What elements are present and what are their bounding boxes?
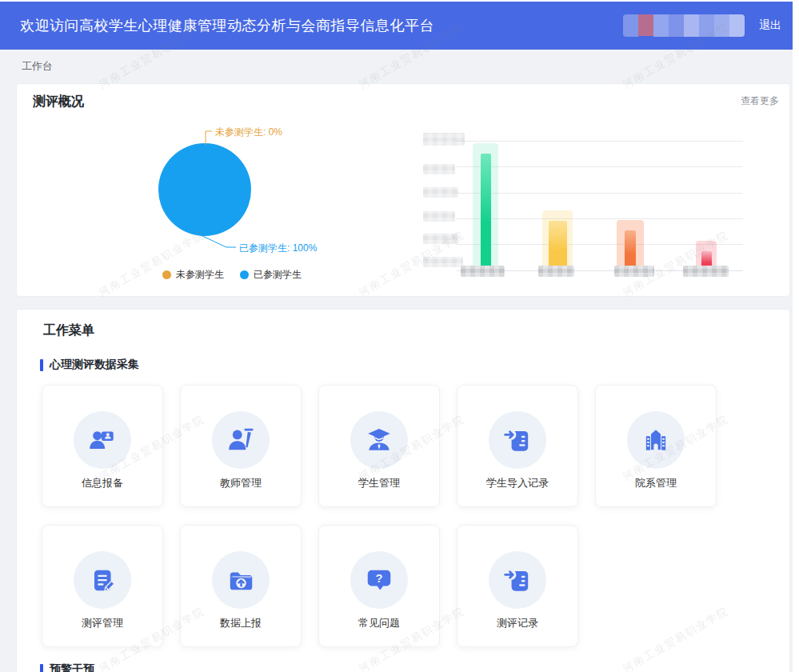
censored-user-info xyxy=(623,14,745,37)
teacher-icon xyxy=(212,411,270,469)
censored-block xyxy=(684,14,699,37)
censored-y-tick-label xyxy=(423,164,455,174)
card-label: 信息报备 xyxy=(82,476,123,490)
scrollbar-track[interactable] xyxy=(793,0,799,672)
bar-chart xyxy=(421,125,789,289)
legend-dot-untested xyxy=(162,270,171,279)
censored-x-category-label xyxy=(683,266,729,277)
overview-title: 测评概况 xyxy=(33,94,84,110)
card-label: 常见问题 xyxy=(358,616,400,630)
top-strip xyxy=(0,0,799,2)
card-label: 测评记录 xyxy=(497,616,538,630)
card-label: 院系管理 xyxy=(635,476,677,490)
section-psych-data: 心理测评数据采集 xyxy=(40,358,139,372)
card-faq[interactable]: ? 常见问题 xyxy=(318,525,440,647)
censored-y-tick-label xyxy=(423,133,465,146)
censored-block xyxy=(699,14,714,37)
bar-gridline xyxy=(457,141,743,142)
censored-y-tick-label xyxy=(423,257,463,267)
card-teacher-mgmt[interactable]: 教师管理 xyxy=(180,385,302,507)
doc-edit-icon xyxy=(74,551,131,609)
bar-series-2 xyxy=(625,230,636,270)
screen: 欢迎访问高校学生心理健康管理动态分析与会商指导信息化平台 退出 工作台 测评概况… xyxy=(0,0,799,672)
app-header: 欢迎访问高校学生心理健康管理动态分析与会商指导信息化平台 退出 xyxy=(0,2,793,50)
card-assessment-records[interactable]: 测评记录 xyxy=(457,525,578,647)
censored-y-tick-label xyxy=(423,211,455,222)
folder-upload-icon xyxy=(212,551,270,609)
pie-legend: 未参测学生 已参测学生 xyxy=(162,268,302,282)
pie-circle xyxy=(158,143,251,236)
svg-text:?: ? xyxy=(375,572,382,585)
page-title: 欢迎访问高校学生心理健康管理动态分析与会商指导信息化平台 xyxy=(20,16,623,35)
bar-gridline xyxy=(457,166,743,167)
card-label: 教师管理 xyxy=(220,476,262,490)
censored-y-tick-label xyxy=(423,187,458,198)
censored-y-tick-label xyxy=(423,234,458,244)
censored-block xyxy=(623,14,638,37)
overview-panel: 测评概况 查看更多 未参测学生: 0% 已参测学生: 100% 未参测学生 已参… xyxy=(16,83,790,297)
pie-label-tested: 已参测学生: 100% xyxy=(239,242,317,255)
censored-block xyxy=(653,14,669,37)
menu-card-row-2: 测评管理 数据上报 ? xyxy=(42,525,578,647)
censored-x-category-label xyxy=(538,266,574,277)
card-student-import-records[interactable]: 学生导入记录 xyxy=(457,385,578,507)
view-more-link[interactable]: 查看更多 xyxy=(741,94,779,108)
legend-item-tested[interactable]: 已参测学生 xyxy=(240,268,302,282)
import-doc-icon xyxy=(489,551,546,609)
legend-label: 已参测学生 xyxy=(254,268,302,282)
logout-button[interactable]: 退出 xyxy=(759,18,781,33)
legend-dot-tested xyxy=(240,270,249,279)
card-info-report[interactable]: 信息报备 xyxy=(42,385,163,507)
import-doc-icon xyxy=(489,411,546,469)
legend-item-untested[interactable]: 未参测学生 xyxy=(162,268,224,282)
menu-card-row-1: 信息报备 教师管理 xyxy=(42,385,717,507)
card-data-report[interactable]: 数据上报 xyxy=(180,525,302,647)
question-bubble-icon: ? xyxy=(350,551,408,609)
card-assessment-mgmt[interactable]: 测评管理 xyxy=(42,525,163,647)
censored-x-category-label xyxy=(461,266,505,277)
card-label: 学生导入记录 xyxy=(486,476,549,490)
pie-leader-tested xyxy=(201,235,236,247)
legend-label: 未参测学生 xyxy=(176,268,224,282)
card-student-mgmt[interactable]: 学生管理 xyxy=(318,385,440,507)
section-label-text: 预警干预 xyxy=(50,662,94,672)
menu-title: 工作菜单 xyxy=(43,322,94,339)
bar-series-0 xyxy=(481,154,491,270)
censored-block xyxy=(669,14,684,37)
bar-series-1 xyxy=(549,221,567,270)
building-icon xyxy=(627,411,685,469)
card-department-mgmt[interactable]: 院系管理 xyxy=(595,385,717,507)
pie-label-untested: 未参测学生: 0% xyxy=(215,126,282,139)
censored-x-category-label xyxy=(614,266,654,277)
person-idcard-icon xyxy=(74,411,131,469)
breadcrumb[interactable]: 工作台 xyxy=(22,59,53,74)
censored-block xyxy=(729,14,745,37)
bar-gridline xyxy=(457,193,743,194)
censored-block xyxy=(714,14,729,37)
bar-gridline xyxy=(457,218,743,219)
graduate-icon xyxy=(350,411,408,469)
card-label: 数据上报 xyxy=(220,616,262,630)
section-accent-bar xyxy=(40,664,43,672)
menu-panel: 工作菜单 心理测评数据采集 信息报备 xyxy=(16,309,790,672)
section-accent-bar xyxy=(40,359,43,371)
card-label: 测评管理 xyxy=(82,616,123,630)
section-label-text: 心理测评数据采集 xyxy=(50,358,139,372)
section-next-partial: 预警干预 xyxy=(40,662,94,672)
card-label: 学生管理 xyxy=(358,476,400,490)
censored-avatar-block xyxy=(638,14,653,36)
